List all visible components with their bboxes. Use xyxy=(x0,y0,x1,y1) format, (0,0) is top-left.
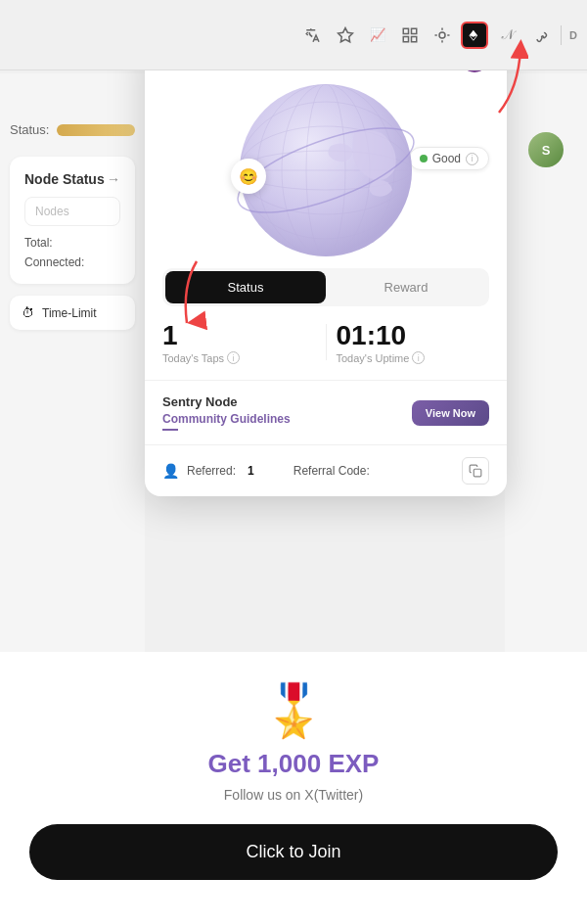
referred-label: Referred: xyxy=(187,464,236,478)
sentry-title: Sentry Node xyxy=(162,394,402,409)
ext3-icon[interactable] xyxy=(429,22,456,49)
browser-chrome: 📈 𝒩 D xyxy=(0,0,587,70)
ribbon-emoji: 🎖️ xyxy=(29,681,558,741)
svg-marker-0 xyxy=(339,27,353,41)
svg-rect-3 xyxy=(403,36,408,41)
stats-row: 1 Today's Taps i 01:10 Today's Uptime i xyxy=(145,320,507,380)
person-icon: 👤 xyxy=(162,463,179,479)
gradient-popup: ✕ Gradient S Good i xyxy=(145,29,507,496)
taps-stat: 1 Today's Taps i xyxy=(162,320,316,364)
svg-point-5 xyxy=(439,32,445,38)
tab-reward[interactable]: Reward xyxy=(326,271,486,303)
referral-row: 👤 Referred: 1 Referral Code: xyxy=(145,444,507,496)
referred-item: 👤 Referred: 1 xyxy=(162,463,254,479)
sentry-info: Sentry Node Community Guidelines xyxy=(162,394,402,431)
sentry-section: Sentry Node Community Guidelines View No… xyxy=(145,380,507,444)
svg-rect-2 xyxy=(412,28,417,33)
time-limit-label: Time-Limit xyxy=(42,306,97,320)
follow-twitter-text: Follow us on X(Twitter) xyxy=(29,787,558,803)
stats-divider xyxy=(326,324,327,360)
clock-icon: ⏱ xyxy=(22,305,34,320)
status-slider xyxy=(57,124,135,136)
total-row: Total: xyxy=(24,236,120,250)
toolbar-divider xyxy=(561,25,562,45)
community-dash xyxy=(162,429,178,431)
click-to-join-button[interactable]: Click to Join xyxy=(29,824,558,880)
status-label-bg: Status: xyxy=(10,122,49,137)
node-status-title: Node Status xyxy=(24,171,105,187)
community-link[interactable]: Community Guidelines xyxy=(162,412,402,426)
nodes-input[interactable]: Nodes xyxy=(24,197,120,226)
get-exp-card: 🎖️ Get 1,000 EXP Follow us on X(Twitter)… xyxy=(0,652,587,924)
uptime-stat: 01:10 Today's Uptime i xyxy=(337,320,490,364)
taps-info-icon[interactable]: i xyxy=(227,351,240,364)
ext2-icon[interactable] xyxy=(396,22,424,49)
taps-count: 1 xyxy=(162,320,178,351)
referred-count: 1 xyxy=(248,464,254,478)
connected-row: Connected: xyxy=(24,255,120,269)
svg-rect-1 xyxy=(403,28,408,33)
globe-node-indicator: 😊 xyxy=(231,159,266,194)
translate-icon[interactable] xyxy=(299,22,327,49)
popup-tabs: Status Reward xyxy=(162,268,489,306)
taps-label: Today's Taps i xyxy=(162,351,240,364)
view-now-button[interactable]: View Now xyxy=(412,400,489,426)
background-avatar: S xyxy=(528,132,564,167)
uptime-count: 01:10 xyxy=(337,320,407,351)
uptime-label: Today's Uptime i xyxy=(337,351,426,364)
star-icon[interactable] xyxy=(332,22,359,49)
get-exp-title: Get 1,000 EXP xyxy=(29,749,558,779)
ext1-icon[interactable]: 📈 xyxy=(364,22,391,49)
referral-code-label: Referral Code: xyxy=(294,464,370,478)
uptime-info-icon[interactable]: i xyxy=(412,351,425,364)
svg-rect-21 xyxy=(474,469,481,477)
tab-status[interactable]: Status xyxy=(165,271,326,303)
referral-copy-button[interactable] xyxy=(462,457,489,485)
nim-icon[interactable]: 𝒩 xyxy=(493,22,520,49)
puzzle-icon[interactable] xyxy=(525,22,553,49)
browser-actions: D xyxy=(569,29,577,41)
globe-container: 😊 xyxy=(145,72,507,268)
svg-rect-4 xyxy=(412,36,417,41)
node-status-arrow: → xyxy=(107,171,120,187)
referral-code-item: Referral Code: xyxy=(294,464,370,478)
gradient-extension-icon[interactable] xyxy=(461,22,488,49)
